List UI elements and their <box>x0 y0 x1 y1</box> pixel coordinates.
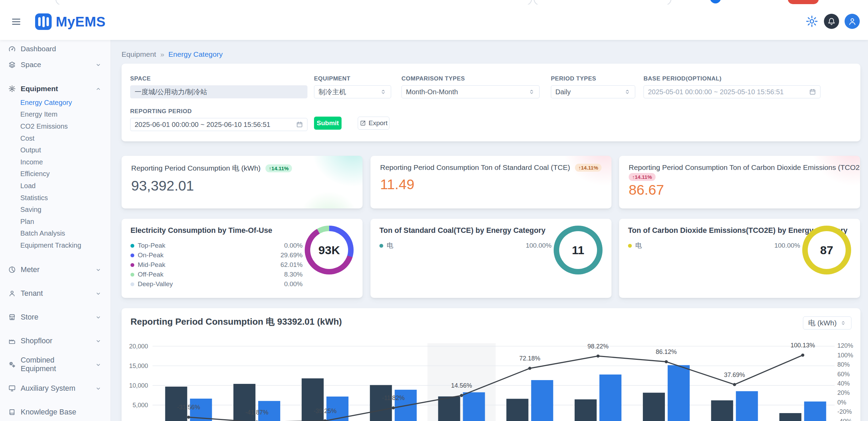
book-icon <box>8 408 16 416</box>
svg-text:14.56%: 14.56% <box>451 382 472 389</box>
breadcrumb-energy-category[interactable]: Energy Category <box>168 50 223 58</box>
sidebar-subitem-cost[interactable]: Cost <box>0 132 111 144</box>
sidebar-subitem-efficiency[interactable]: Efficiency <box>0 168 111 180</box>
sidebar-subitem-energy-item[interactable]: Energy Item <box>0 109 111 121</box>
donut-chart: 11 <box>554 226 603 274</box>
donut-legend: Top-Peak0.00%On-Peak29.69%Mid-Peak62.01%… <box>130 241 303 289</box>
svg-text:-11.82%: -11.82% <box>382 395 405 401</box>
sidebar-subitem-energy-category[interactable]: Energy Category <box>0 97 111 109</box>
legend-dot <box>130 244 134 248</box>
user-avatar[interactable] <box>845 14 860 29</box>
calendar-icon[interactable] <box>296 121 303 128</box>
legend-item-on-peak[interactable]: On-Peak29.69% <box>130 250 303 260</box>
reporting-period-input[interactable]: 2025-06-01 00:00:00 ~ 2025-06-10 15:56:5… <box>130 118 307 131</box>
y-axis-right-tick: -20% <box>837 408 852 415</box>
sidebar-item-dashboard[interactable]: Dashboard <box>0 41 111 57</box>
chevron-down-icon <box>95 361 102 368</box>
legend-item-电[interactable]: 电100.00% <box>628 241 800 250</box>
sidebar-subitem-output[interactable]: Output <box>0 144 111 156</box>
space-label: SPACE <box>130 75 307 82</box>
stat-title: Reporting Period Consumption 电 (kWh) <box>131 163 261 173</box>
comparison-types-select[interactable]: Month-On-Month <box>401 85 540 98</box>
legend-item-deep-valley[interactable]: Deep-Valley0.00% <box>130 279 303 289</box>
donut-center-value: 87 <box>820 244 833 257</box>
unit-select[interactable]: 电 (kWh) <box>803 316 851 330</box>
sidebar-item-combined-equipment[interactable]: Combined Equipment <box>0 353 111 377</box>
stat-title: Reporting Period Consumption Ton of Carb… <box>629 163 860 172</box>
brand-logo[interactable]: MyEMS <box>35 13 106 30</box>
main-content: Equipment » Energy Category SPACE 一度城/公用… <box>111 40 868 421</box>
y-axis-right-tick: -40% <box>837 418 852 421</box>
gears-icon <box>8 361 16 368</box>
notifications-bell-button[interactable] <box>824 14 839 29</box>
gauge-icon <box>8 45 16 53</box>
bar-line-chart: -31.56%-41.87%-39.25%-11.82%14.56%72.18%… <box>153 341 835 421</box>
y-axis-right-tick: 0% <box>837 399 846 406</box>
donut-card-tco2e-by-category: Ton of Carbon Dioxide Emissions(TCO2E) b… <box>619 219 860 298</box>
legend-item-off-peak[interactable]: Off-Peak8.30% <box>130 270 303 279</box>
space-input[interactable]: 一度城/公用动力/制冷站 <box>130 85 307 98</box>
sidebar-item-space[interactable]: Space <box>0 57 111 73</box>
legend-dot <box>130 253 134 257</box>
layers-icon <box>8 61 16 68</box>
legend-dot <box>130 273 134 277</box>
calendar-icon[interactable] <box>809 88 816 95</box>
chevron-down-icon <box>95 62 102 68</box>
sidebar-item-shopfloor[interactable]: Shopfloor <box>0 329 111 353</box>
period-types-select[interactable]: Daily <box>551 85 635 98</box>
browser-action-button-fragment[interactable] <box>788 0 819 4</box>
y-axis-right-tick: 100% <box>837 352 853 359</box>
menu-toggle-button[interactable] <box>9 14 23 29</box>
donut-legend: 电100.00% <box>379 241 552 250</box>
svg-text:-39.25%: -39.25% <box>314 408 337 414</box>
browser-profile-dot <box>710 0 721 3</box>
menu-icon <box>11 17 21 27</box>
comparison-types-label: COMPARISON TYPES <box>401 75 540 82</box>
sidebar-item-equipment[interactable]: Equipment <box>0 81 111 97</box>
chart-title: Reporting Period Consumption 电 93392.01 … <box>130 316 342 328</box>
sidebar-item-tenant[interactable]: Tenant <box>0 282 111 305</box>
sidebar-subitem-statistics[interactable]: Statistics <box>0 192 111 204</box>
sidebar-subitem-saving[interactable]: Saving <box>0 204 111 216</box>
legend-item-top-peak[interactable]: Top-Peak0.00% <box>130 241 303 250</box>
legend-dot <box>130 282 134 286</box>
stat-title: Reporting Period Consumption Ton of Stan… <box>380 163 570 172</box>
browser-secondary-bar-fragment <box>534 0 671 4</box>
equipment-select[interactable]: 制冷主机 <box>314 85 391 98</box>
svg-text:-31.56%: -31.56% <box>177 404 200 411</box>
bell-icon <box>827 17 836 25</box>
y-axis-right-tick: 120% <box>837 342 853 349</box>
donut-chart: 87 <box>802 226 851 274</box>
chevron-down-icon <box>95 290 102 297</box>
sidebar-item-auxiliary-system[interactable]: Auxiliary System <box>0 377 111 400</box>
sidebar-subitem-income[interactable]: Income <box>0 156 111 168</box>
sidebar-subitem-load[interactable]: Load <box>0 180 111 192</box>
y-axis-left-tick: 5,000 <box>133 401 148 409</box>
legend-dot <box>379 244 383 248</box>
sidebar-subitem-equipment-tracking[interactable]: Equipment Tracking <box>0 239 111 251</box>
stat-badge: ↑14.11% <box>575 164 602 172</box>
sidebar-subitem-plan[interactable]: Plan <box>0 216 111 228</box>
donut-center-value: 93K <box>318 244 340 257</box>
monitor-icon <box>8 385 16 392</box>
legend-item-mid-peak[interactable]: Mid-Peak62.01% <box>130 260 303 270</box>
sidebar-nav: DashboardSpaceEquipmentEnergy CategoryEn… <box>0 40 111 421</box>
stat-card-tce: Reporting Period Consumption Ton of Stan… <box>370 156 611 208</box>
stat-value: 11.49 <box>380 176 602 193</box>
sidebar-subitem-co2-emissions[interactable]: CO2 Emissions <box>0 120 111 132</box>
sidebar-item-knowledge-base[interactable]: Knowledge Base <box>0 400 111 421</box>
settings-gear-icon[interactable] <box>805 15 818 28</box>
base-period-input[interactable]: 2025-05-01 00:00:00 ~ 2025-05-10 15:56:5… <box>644 85 820 98</box>
sidebar-subitem-batch-analysis[interactable]: Batch Analysis <box>0 228 111 240</box>
header-actions <box>805 14 860 29</box>
legend-item-电[interactable]: 电100.00% <box>379 241 552 250</box>
submit-button[interactable]: Submit <box>314 117 342 130</box>
sidebar-item-store[interactable]: Store <box>0 305 111 329</box>
export-button[interactable]: Export <box>358 117 389 130</box>
caret-updown-icon <box>840 320 846 326</box>
y-axis-left-tick: 10,000 <box>129 382 148 389</box>
reporting-period-label: REPORTING PERIOD <box>130 108 307 115</box>
svg-text:72.18%: 72.18% <box>519 355 540 362</box>
svg-text:100.13%: 100.13% <box>791 342 815 349</box>
sidebar-item-meter[interactable]: Meter <box>0 258 111 282</box>
